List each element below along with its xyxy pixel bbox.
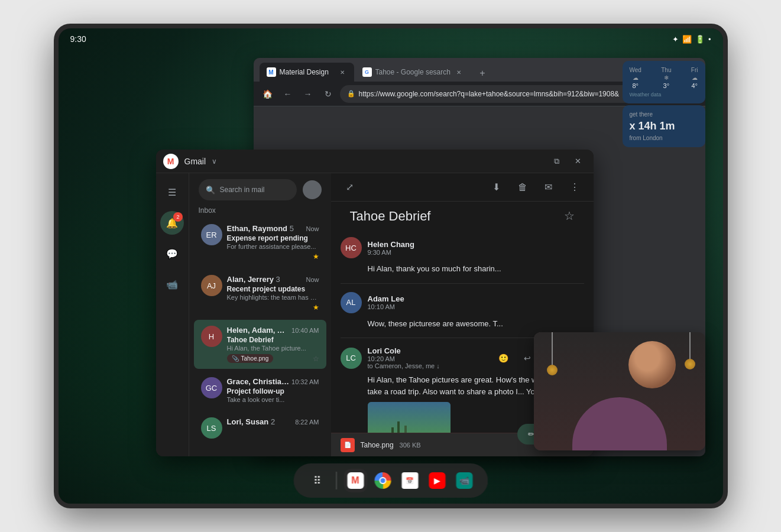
status-icons: ✦ 📶 🔋 •	[672, 35, 711, 44]
email-avatar-4: GC	[201, 377, 222, 398]
detail-toolbar: ⤢ ⬇ 🗑 ✉ ⋮	[331, 173, 594, 202]
email-item-1[interactable]: ER Ethan, Raymond 5 Now Expense report p…	[194, 218, 326, 267]
menu-icon: ☰	[168, 187, 176, 198]
chrome-home-button[interactable]: 🏠	[260, 86, 276, 102]
gmail-sidebar-chat[interactable]: 💬	[160, 242, 184, 265]
detail-archive-icon[interactable]: ⬇	[487, 178, 506, 197]
msg-avatar-2: AL	[341, 292, 362, 313]
attachment-filesize: 306 KB	[400, 442, 421, 449]
detail-delete-icon[interactable]: 🗑	[513, 178, 532, 197]
chrome-taskbar-icon	[374, 472, 391, 489]
email-content-1: Ethan, Raymond 5 Now Expense report pend…	[227, 224, 319, 261]
msg-avatar-1: HC	[341, 237, 362, 258]
gmail-close-button[interactable]: ✕	[570, 153, 586, 170]
weather-thu: Thu ❄ 3°	[661, 67, 671, 89]
chrome-tab2-close[interactable]: ✕	[454, 67, 464, 77]
email-star-2[interactable]: ★	[313, 303, 319, 312]
detail-more-icon[interactable]: ⋮	[565, 178, 584, 197]
new-tab-button[interactable]: +	[474, 65, 491, 82]
gmail-dropdown-icon[interactable]: ∨	[212, 157, 217, 166]
email-star-1[interactable]: ★	[313, 252, 319, 261]
msg-sender-1: Helen Chang	[368, 240, 584, 249]
email-time-5: 8:22 AM	[295, 419, 319, 426]
gmail-taskbar-icon: M	[347, 472, 364, 489]
video-lamp1-bulb	[547, 365, 558, 375]
email-preview-3: Hi Alan, the Tahoe picture...	[227, 345, 319, 352]
email-attachment-chip-3[interactable]: 📎 Tahoe.png	[227, 354, 274, 363]
msg-time-3: 10:20 AM	[368, 355, 488, 362]
attachment-icon: 📎	[232, 355, 239, 362]
weather-data-label: Weather data	[630, 92, 698, 98]
gmail-sidebar-menu[interactable]: ☰	[160, 180, 184, 204]
email-item-2[interactable]: AJ Alan, Jerrery 3 Now Recent project up…	[194, 269, 326, 317]
detail-mark-read-icon[interactable]: ✉	[539, 178, 558, 197]
weather-fri-label: Fri	[691, 67, 698, 73]
chrome-lock-icon: 🔒	[347, 90, 355, 98]
email-sender-5: Lori, Susan 2	[227, 417, 276, 426]
gmail-logo: M	[163, 154, 179, 169]
weather-thu-label: Thu	[661, 67, 671, 73]
video-call-overlay	[534, 332, 705, 450]
email-preview-2: Key highlights: the team has a...	[227, 294, 319, 301]
email-star-3[interactable]: ☆	[313, 355, 319, 363]
email-item-5[interactable]: LS Lori, Susan 2 8:22 AM	[194, 411, 326, 445]
gmail-window-controls: ⧉ ✕	[549, 153, 586, 170]
weather-wed-label: Wed	[630, 67, 641, 73]
chrome-tab2-title: Tahoe - Google sesarch	[375, 68, 451, 76]
chrome-tab-2[interactable]: G Tahoe - Google sesarch ✕	[355, 63, 471, 82]
status-bar: 9:30 ✦ 📶 🔋 •	[59, 28, 723, 50]
email-avatar-2: AJ	[201, 275, 222, 296]
weather-fri-temp: 4°	[691, 82, 698, 89]
taskbar-calendar[interactable]: 📅	[398, 469, 422, 492]
taskbar-apps-button[interactable]: ⠿	[305, 469, 329, 492]
travel-widget: get there x 14h 1m from London	[623, 105, 705, 147]
email-avatar-5: LS	[201, 417, 222, 439]
email-content-5: Lori, Susan 2 8:22 AM	[227, 417, 319, 426]
chrome-tab-1[interactable]: M Material Design ✕	[260, 63, 354, 82]
gmail-maximize-button[interactable]: ⧉	[549, 153, 565, 170]
email-subject-4: Project follow-up	[227, 387, 319, 395]
email-content-4: Grace, Christian 12 10:32 AM Project fol…	[227, 377, 319, 403]
attachment-name-chip: Tahoe.png	[241, 355, 269, 362]
taskbar-gmail[interactable]: M	[343, 469, 367, 492]
email-preview-1: For further assistance please...	[227, 243, 319, 250]
chrome-tab1-favicon: M	[267, 67, 276, 77]
taskbar-meet[interactable]: 📹	[452, 469, 476, 492]
chrome-forward-button[interactable]: →	[300, 86, 316, 102]
chrome-refresh-button[interactable]: ↻	[320, 86, 336, 102]
email-item-4[interactable]: GC Grace, Christian 12 10:32 AM Project …	[194, 371, 326, 409]
taskbar-chrome[interactable]	[371, 469, 394, 492]
msg-body-1: Hi Alan, thank you so much for sharin...	[368, 263, 584, 275]
calendar-taskbar-icon: 📅	[401, 472, 418, 489]
chat-icon: 💬	[166, 248, 178, 259]
chrome-back-button[interactable]: ←	[280, 86, 296, 102]
email-sender-1: Ethan, Raymond 5	[227, 224, 294, 233]
gmail-sidebar-meet[interactable]: 📹	[160, 273, 184, 296]
msg-time-1: 9:30 AM	[368, 249, 584, 256]
youtube-taskbar-icon: ▶	[429, 472, 445, 489]
apps-grid-icon: ⠿	[313, 474, 321, 487]
msg-to-3: to Cameron, Jesse, me ↓	[368, 362, 488, 369]
gmail-search-bar[interactable]: 🔍 Search in mail	[199, 179, 297, 200]
gmail-sidebar: ☰ 🔔 2 💬 📹	[156, 173, 189, 456]
email-title-row: Tahoe Debrief ☆	[331, 202, 594, 229]
gmail-sidebar-notifications[interactable]: 🔔 2	[160, 211, 184, 235]
thread-title: Tahoe Debrief	[341, 202, 440, 229]
msg-emoji-btn[interactable]: 🙂	[494, 349, 513, 368]
email-avatar-1: ER	[201, 224, 222, 245]
email-time-3: 10:40 AM	[291, 327, 319, 334]
attachment-filename: Tahoe.png	[361, 441, 394, 449]
meet-taskbar-icon: 📹	[456, 472, 472, 489]
email-item-3[interactable]: H Helen, Adam, Amanda 4 10:40 AM Tahoe D…	[194, 320, 326, 369]
thread-star[interactable]: ☆	[555, 202, 584, 228]
email-preview-4: Take a look over ti...	[227, 396, 319, 403]
taskbar-youtube[interactable]: ▶	[425, 469, 449, 492]
video-person	[534, 332, 705, 450]
gmail-user-avatar[interactable]	[303, 180, 322, 199]
email-time-2: Now	[306, 276, 319, 283]
weather-wed-temp: 8°	[632, 82, 639, 89]
chrome-tab1-close[interactable]: ✕	[338, 67, 347, 77]
gmail-body: ☰ 🔔 2 💬 📹	[156, 173, 594, 456]
detail-expand-icon[interactable]: ⤢	[341, 178, 359, 197]
wifi-icon: 📶	[682, 35, 692, 44]
